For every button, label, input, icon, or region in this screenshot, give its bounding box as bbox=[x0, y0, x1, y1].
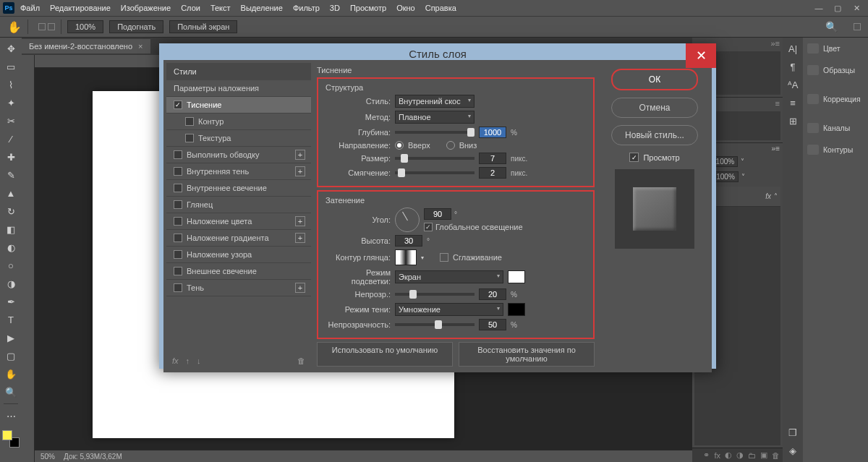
scroll-mode-icons[interactable] bbox=[38, 23, 55, 30]
shadow-mode-select[interactable]: Умножение▾ bbox=[395, 303, 503, 316]
add-effect-icon[interactable]: + bbox=[295, 216, 305, 226]
checkbox-icon[interactable] bbox=[174, 283, 182, 292]
panel-menu-icon-3[interactable]: ≡ bbox=[775, 145, 780, 153]
zoom-tool-icon[interactable]: 🔍 bbox=[2, 384, 20, 400]
checkbox-icon[interactable] bbox=[185, 134, 194, 142]
trash-icon[interactable]: 🗑 bbox=[772, 451, 780, 460]
checkbox-icon[interactable] bbox=[174, 217, 182, 226]
menu-view[interactable]: Просмотр bbox=[350, 4, 386, 12]
size-value[interactable]: 7 bbox=[479, 153, 506, 164]
dodge-tool-icon[interactable]: ◑ bbox=[2, 275, 20, 291]
method-select[interactable]: Плавное▾ bbox=[395, 111, 475, 124]
style-texture[interactable]: Текстура bbox=[166, 130, 311, 147]
style-pattern-overlay[interactable]: Наложение узора bbox=[166, 247, 311, 263]
antialias-checkbox[interactable] bbox=[440, 253, 448, 262]
checkbox-icon[interactable] bbox=[185, 117, 194, 126]
new-layer-icon[interactable]: ▣ bbox=[760, 450, 767, 460]
status-zoom[interactable]: 50% bbox=[41, 453, 55, 461]
style-inner-glow[interactable]: Внутреннее свечение bbox=[166, 180, 311, 197]
shadow-opacity-value[interactable]: 50 bbox=[479, 319, 506, 330]
workspace-switch-icon[interactable] bbox=[854, 23, 861, 30]
menu-layer[interactable]: Слои bbox=[181, 4, 200, 12]
panel-color[interactable]: Цвет bbox=[803, 42, 868, 55]
add-effect-icon[interactable]: + bbox=[295, 283, 305, 293]
history-brush-icon[interactable]: ↻ bbox=[2, 203, 20, 219]
stamp-tool-icon[interactable]: ▲ bbox=[2, 185, 20, 201]
reset-default-button[interactable]: Восстановить значения по умолчанию bbox=[459, 342, 595, 367]
glyph-panel-icon[interactable]: ᴬA bbox=[788, 80, 799, 90]
mask-icon[interactable]: ◐ bbox=[725, 450, 732, 460]
angle-value[interactable]: 90 bbox=[424, 208, 451, 220]
eraser-tool-icon[interactable]: ◧ bbox=[2, 221, 20, 237]
style-select[interactable]: Внутренний скос▾ bbox=[395, 95, 475, 108]
add-effect-icon[interactable]: + bbox=[295, 233, 305, 243]
layer-fx-badge[interactable]: fx bbox=[765, 192, 771, 200]
hand-tool-icon[interactable]: ✋ bbox=[7, 20, 22, 34]
edit-toolbar-icon[interactable]: ⋯ bbox=[2, 408, 20, 424]
hand-tool-icon-2[interactable]: ✋ bbox=[2, 366, 20, 382]
new-style-button[interactable]: Новый стиль... bbox=[611, 125, 698, 145]
brush-tool-icon[interactable]: ✎ bbox=[2, 167, 20, 183]
gradient-tool-icon[interactable]: ◐ bbox=[2, 239, 20, 255]
checkbox-icon[interactable] bbox=[174, 200, 182, 209]
add-effect-icon[interactable]: + bbox=[295, 166, 305, 176]
blur-tool-icon[interactable]: ○ bbox=[2, 257, 20, 273]
highlight-opacity-slider[interactable] bbox=[395, 293, 475, 296]
highlight-mode-select[interactable]: Экран▾ bbox=[395, 270, 503, 283]
style-satin[interactable]: Глянец bbox=[166, 197, 311, 213]
highlight-color-swatch[interactable] bbox=[508, 270, 525, 283]
full-screen-button[interactable]: Полный экран bbox=[169, 20, 237, 33]
char-panel-icon[interactable]: A| bbox=[788, 43, 797, 54]
3d-panel-icon[interactable]: ❐ bbox=[788, 427, 797, 438]
link-layers-icon[interactable]: ⚭ bbox=[703, 450, 710, 460]
shadow-color-swatch[interactable] bbox=[508, 303, 525, 316]
direction-up-radio[interactable] bbox=[395, 141, 404, 150]
shape-tool-icon[interactable]: ▢ bbox=[2, 348, 20, 364]
gloss-contour-thumb[interactable] bbox=[395, 249, 417, 265]
direction-down-radio[interactable] bbox=[446, 141, 455, 150]
window-minimize-icon[interactable]: ― bbox=[810, 2, 827, 14]
search-icon[interactable]: 🔍 bbox=[825, 21, 838, 33]
ok-button[interactable]: ОК bbox=[611, 69, 698, 90]
fx-menu-icon[interactable]: fx bbox=[172, 356, 179, 365]
char-styles-icon[interactable]: ≡ bbox=[790, 98, 796, 108]
paragraph-panel-icon[interactable]: ¶ bbox=[791, 61, 796, 72]
depth-value[interactable]: 1000 bbox=[479, 127, 506, 138]
style-stroke[interactable]: Выполнить обводку+ bbox=[166, 147, 311, 163]
menu-help[interactable]: Справка bbox=[425, 4, 456, 12]
highlight-opacity-value[interactable]: 20 bbox=[479, 288, 506, 300]
move-down-icon[interactable]: ↓ bbox=[197, 356, 201, 365]
panel-menu-icon[interactable]: ≡ bbox=[775, 39, 780, 48]
panel-swatches[interactable]: Образцы bbox=[803, 64, 868, 77]
depth-slider[interactable] bbox=[395, 131, 475, 134]
soften-value[interactable]: 2 bbox=[479, 167, 506, 179]
cancel-button[interactable]: Отмена bbox=[611, 98, 698, 118]
menu-text[interactable]: Текст bbox=[210, 4, 231, 12]
menu-edit[interactable]: Редактирование bbox=[50, 4, 111, 12]
global-light-checkbox[interactable]: ✓ bbox=[424, 223, 433, 231]
close-tab-icon[interactable]: × bbox=[138, 42, 142, 51]
panel-channels[interactable]: Каналы bbox=[803, 121, 868, 134]
style-contour[interactable]: Контур bbox=[166, 114, 311, 130]
panel-paths[interactable]: Контуры bbox=[803, 143, 868, 156]
status-doc-size[interactable]: Док: 5,93M/3,62M bbox=[64, 453, 122, 461]
shadow-opacity-slider[interactable] bbox=[395, 323, 475, 326]
marquee-tool-icon[interactable]: ▭ bbox=[2, 59, 20, 74]
healing-tool-icon[interactable]: ✚ bbox=[2, 149, 20, 165]
document-tab[interactable]: Без имени-2-восстановлено × bbox=[22, 39, 150, 54]
dropdown-icon[interactable]: ˅ bbox=[741, 158, 744, 166]
type-tool-icon[interactable]: T bbox=[2, 312, 20, 328]
menu-window[interactable]: Окно bbox=[396, 4, 415, 12]
fit-screen-button[interactable]: Подогнать bbox=[109, 20, 163, 33]
checkbox-icon[interactable] bbox=[174, 267, 182, 275]
style-color-overlay[interactable]: Наложение цвета+ bbox=[166, 213, 311, 230]
menu-filter[interactable]: Фильтр bbox=[293, 4, 320, 12]
layer-fill-value[interactable]: 100% bbox=[712, 171, 739, 182]
add-effect-icon[interactable]: + bbox=[295, 150, 305, 160]
dropdown-icon-3[interactable]: ▾ bbox=[421, 254, 424, 261]
make-default-button[interactable]: Использовать по умолчанию bbox=[317, 342, 453, 367]
checkbox-on-icon[interactable] bbox=[174, 100, 182, 109]
quick-select-tool-icon[interactable]: ✦ bbox=[2, 95, 20, 111]
delete-effect-icon[interactable]: 🗑 bbox=[297, 356, 305, 365]
style-outer-glow[interactable]: Внешнее свечение bbox=[166, 263, 311, 280]
